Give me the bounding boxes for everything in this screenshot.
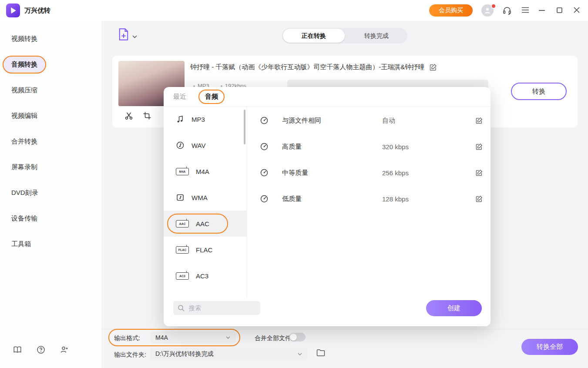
merge-all-toggle[interactable] xyxy=(289,333,306,341)
quality-row-same-as-source[interactable]: 与源文件相同 自动 xyxy=(260,107,483,134)
toggle-knob xyxy=(290,334,297,341)
sidebar-item-video-edit[interactable]: 视频编辑 xyxy=(3,103,99,129)
popup-tab-audio[interactable]: 音频 xyxy=(198,90,225,104)
menu-icon[interactable] xyxy=(521,7,529,13)
wav-icon xyxy=(176,141,185,150)
format-item-mp3[interactable]: MP3 xyxy=(164,106,247,132)
wma-icon xyxy=(176,193,185,202)
chevron-down-icon xyxy=(226,336,230,339)
convert-button[interactable]: 转换 xyxy=(511,83,567,100)
app-window: 万兴优转 会员购买 视频转换 音 xyxy=(0,0,588,368)
format-item-wma[interactable]: WMA xyxy=(164,184,247,211)
edit-quality-icon[interactable] xyxy=(476,117,483,124)
sidebar: 视频转换 音频转换 视频压缩 视频编辑 合并转换 屏幕录制 DVD刻录 设备传输… xyxy=(0,21,102,368)
sidebar-item-device-transfer[interactable]: 设备传输 xyxy=(3,206,99,231)
quality-gauge-icon xyxy=(260,116,269,125)
edit-quality-icon[interactable] xyxy=(476,143,483,150)
quality-row-medium[interactable]: 中等质量 256 kbps xyxy=(260,160,483,186)
invite-user-icon[interactable] xyxy=(60,345,69,354)
status-tabs: 正在转换 转换完成 xyxy=(282,28,407,43)
popup-tab-recent[interactable]: 最近 xyxy=(173,93,186,101)
quality-row-high[interactable]: 高质量 320 kbps xyxy=(260,134,483,160)
app-title: 万兴优转 xyxy=(24,7,50,15)
maximize-button[interactable] xyxy=(557,7,562,13)
popup-column-divider xyxy=(247,107,247,298)
open-folder-icon[interactable] xyxy=(316,349,325,357)
format-item-wav[interactable]: WAV xyxy=(164,132,247,158)
format-item-flac[interactable]: FLAC FLAC xyxy=(164,237,247,263)
bullet-dot xyxy=(193,85,195,87)
buy-membership-button[interactable]: 会员购买 xyxy=(429,4,473,17)
quality-gauge-icon xyxy=(260,168,269,177)
manual-book-icon[interactable] xyxy=(13,345,22,354)
quality-gauge-icon xyxy=(260,142,269,151)
format-popup: 最近 音频 MP3 WAV M4A M4A xyxy=(164,87,491,326)
output-folder-label: 输出文件夹: xyxy=(114,351,146,359)
bullet-dot xyxy=(221,85,222,87)
sidebar-item-screen-record[interactable]: 屏幕录制 xyxy=(3,154,99,180)
format-list-scrollbar[interactable] xyxy=(244,110,245,144)
format-item-m4a[interactable]: M4A M4A xyxy=(164,158,247,184)
trim-scissors-icon[interactable] xyxy=(124,111,133,120)
sidebar-item-audio-convert[interactable]: 音频转换 xyxy=(3,52,99,77)
sidebar-item-video-convert[interactable]: 视频转换 xyxy=(3,26,99,52)
add-file-button[interactable] xyxy=(118,28,137,41)
tab-converting[interactable]: 正在转换 xyxy=(283,29,345,43)
sidebar-item-merge-convert[interactable]: 合并转换 xyxy=(3,129,99,154)
merge-all-label: 合并全部文件 xyxy=(255,335,291,342)
chevron-down-icon xyxy=(298,353,302,355)
crop-icon[interactable] xyxy=(143,111,151,120)
output-format-label: 输出格式: xyxy=(114,335,140,342)
chevron-down-icon xyxy=(132,35,137,38)
sidebar-item-toolbox[interactable]: 工具箱 xyxy=(3,231,99,257)
output-folder-select[interactable]: D:\万兴优转\转换完成 xyxy=(150,348,307,360)
sidebar-item-dvd-burn[interactable]: DVD刻录 xyxy=(3,180,99,206)
quality-row-low[interactable]: 低质量 128 kbps xyxy=(260,186,483,212)
footer-divider xyxy=(101,329,588,329)
ac3-icon: AC3 xyxy=(176,272,189,280)
close-button[interactable] xyxy=(574,7,580,13)
flac-icon: FLAC xyxy=(176,246,189,254)
edit-title-icon[interactable] xyxy=(430,64,437,71)
help-icon[interactable] xyxy=(37,345,45,354)
convert-all-button[interactable]: 转换全部 xyxy=(521,339,578,355)
m4a-icon: M4A xyxy=(176,168,189,175)
edit-quality-icon[interactable] xyxy=(476,169,483,176)
output-format-select[interactable]: M4A xyxy=(150,331,235,344)
notification-dot xyxy=(491,3,496,9)
mp3-icon xyxy=(176,115,185,124)
task-title: 钟抒曈 - 千落赋（动画《少年歌行互动版》司空千落人物主题曲）-王瑞淇&钟抒曈 xyxy=(190,63,424,71)
app-logo-icon xyxy=(6,3,20,17)
format-item-aac[interactable]: AAC AAC xyxy=(164,211,247,237)
minimize-button[interactable] xyxy=(539,10,545,11)
tab-finished[interactable]: 转换完成 xyxy=(346,29,407,43)
edit-quality-icon[interactable] xyxy=(476,195,483,202)
quality-gauge-icon xyxy=(260,194,269,203)
title-bar: 万兴优转 会员购买 xyxy=(0,0,588,21)
search-icon xyxy=(178,304,185,311)
sidebar-item-video-compress[interactable]: 视频压缩 xyxy=(3,77,99,103)
support-headset-icon[interactable] xyxy=(502,6,512,15)
search-input[interactable] xyxy=(188,304,251,312)
create-preset-button[interactable]: 创建 xyxy=(426,300,482,316)
format-item-ac3[interactable]: AC3 AC3 xyxy=(164,263,247,289)
format-search-box[interactable] xyxy=(173,301,260,315)
aac-icon: AAC xyxy=(176,220,189,227)
